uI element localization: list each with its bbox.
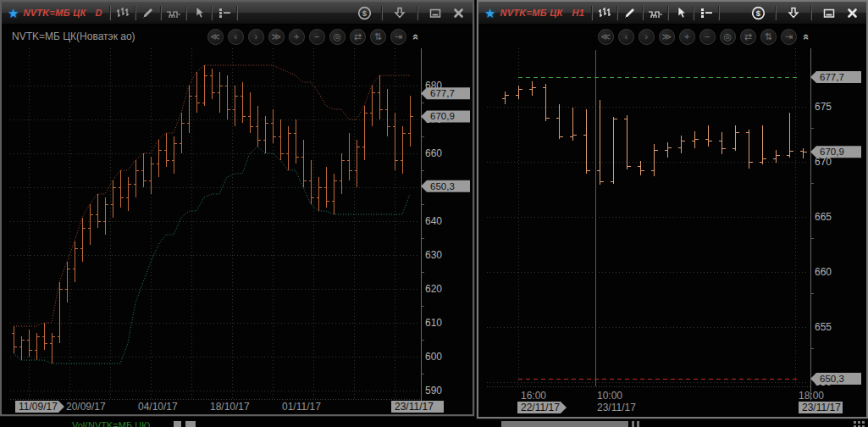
svg-text:11/09/17: 11/09/17 [19, 401, 58, 413]
download-icon[interactable] [785, 5, 802, 20]
jump-to-end-button[interactable]: ⇥ [781, 29, 797, 45]
zoom-in-button[interactable]: + [289, 29, 305, 45]
NVTK=МБ ЦК-H1-chart[interactable]: 675670665660655650677,7670,9650,316:0010… [478, 25, 866, 418]
svg-text:16:00: 16:00 [521, 390, 546, 402]
svg-text:665: 665 [815, 211, 832, 223]
bar-style-icon[interactable] [595, 5, 614, 20]
jump-to-end-button[interactable]: ⇥ [390, 29, 406, 45]
collapse-toolbar-icon[interactable]: « [800, 33, 813, 39]
toolbar-separator [775, 6, 777, 20]
background-scrollbar-fragment [501, 421, 628, 427]
zoom-region-button[interactable]: ◎ [720, 29, 736, 45]
minimize-icon[interactable] [821, 5, 838, 20]
symbol-label: NVTK=МБ ЦК [500, 8, 562, 18]
toolbar-separator [135, 6, 136, 20]
indicator-icon[interactable] [164, 5, 183, 20]
resize-grip-icon [854, 421, 865, 427]
NVTK=МБ ЦК-D-chart[interactable]: 680670660650640630620610600590677,7670,9… [2, 25, 473, 415]
svg-text:600: 600 [425, 351, 442, 363]
timeframe-label: H1 [572, 8, 585, 18]
rewind-button[interactable]: ≪ [598, 29, 614, 45]
chart-nav-toolbar: ≪‹›≫+−◎⇄⇅⇥ « [478, 25, 866, 48]
toolbar-separator [667, 6, 669, 20]
chart-instrument-title: NVTK=МБ ЦК(Новатэк ао) [12, 30, 135, 42]
minimize-icon[interactable] [427, 5, 444, 20]
svg-text:655: 655 [815, 321, 832, 333]
svg-text:660: 660 [815, 266, 832, 278]
price-tag: 650,3 [421, 180, 470, 192]
toolbar-separator [160, 6, 162, 20]
chart-nav-toolbar: NVTK=МБ ЦК(Новатэк ао) ≪‹›≫+−◎⇄⇅⇥ « [2, 25, 473, 48]
background-window-fragment [174, 421, 181, 427]
svg-text:01/11/17: 01/11/17 [282, 401, 321, 413]
collapse-toolbar-icon[interactable]: « [410, 33, 423, 39]
svg-text:20/09/17: 20/09/17 [66, 401, 106, 413]
zoom-in-button[interactable]: + [679, 29, 695, 45]
svg-text:23/11/17: 23/11/17 [802, 402, 841, 413]
price-tag: 677,7 [810, 71, 861, 83]
svg-text:04/10/17: 04/10/17 [138, 401, 178, 413]
compress-vertical-button[interactable]: ⇅ [760, 29, 777, 45]
bar-style-icon[interactable] [113, 5, 132, 20]
price-tag: 670,9 [810, 146, 861, 158]
zoom-region-button[interactable]: ◎ [329, 29, 346, 45]
zoom-out-button[interactable]: − [309, 29, 325, 45]
close-icon[interactable] [450, 5, 467, 20]
window-buttons: $ [749, 5, 860, 20]
compress-vertical-button[interactable]: ⇅ [370, 29, 386, 45]
step-back-button[interactable]: ‹ [618, 29, 634, 45]
svg-text:677,7: 677,7 [430, 88, 455, 98]
zoom-out-button[interactable]: − [699, 29, 716, 45]
svg-text:640: 640 [425, 215, 442, 227]
toolbar-separator [616, 6, 618, 20]
step-back-button[interactable]: ‹ [228, 29, 244, 45]
svg-text:677,7: 677,7 [820, 72, 844, 82]
svg-text:$: $ [755, 8, 760, 18]
cursor-icon[interactable] [190, 5, 208, 20]
toolbar-separator [642, 6, 644, 20]
svg-text:650,3: 650,3 [820, 374, 844, 384]
price-tag: 670,9 [421, 110, 470, 122]
svg-text:670,9: 670,9 [820, 147, 844, 157]
object-list-icon[interactable] [697, 5, 716, 20]
background-scrollbar-tick [632, 421, 634, 427]
favorite-star-icon: ★ [8, 7, 19, 19]
toolbar-separator [718, 6, 720, 20]
svg-text:23/11/17: 23/11/17 [597, 402, 636, 413]
fast-forward-button[interactable]: ≫ [659, 29, 675, 45]
svg-text:18/10/17: 18/10/17 [210, 401, 250, 413]
window-titlebar[interactable]: ★ NVTK=МБ ЦК H1 $ [478, 2, 866, 25]
money-icon[interactable]: $ [749, 5, 766, 20]
window-titlebar[interactable]: ★ NVTK=МБ ЦК D $ [2, 2, 473, 25]
pencil-icon[interactable] [621, 5, 639, 20]
svg-text:675: 675 [815, 101, 832, 113]
compress-horizontal-button[interactable]: ⇄ [350, 29, 366, 45]
nav-buttons: ≪‹›≫+−◎⇄⇅⇥ [598, 29, 797, 45]
background-window-fragment [185, 421, 196, 427]
toolbar-separator [810, 6, 812, 20]
svg-text:630: 630 [425, 249, 442, 261]
symbol-label: NVTK=МБ ЦК [23, 8, 86, 18]
download-icon[interactable] [391, 5, 408, 20]
close-icon[interactable] [843, 5, 860, 20]
compress-horizontal-button[interactable]: ⇄ [740, 29, 756, 45]
background-volume-pane-label: Vol(NVTK=МБ ЦК) [72, 420, 150, 427]
svg-text:670,9: 670,9 [430, 111, 455, 121]
favorite-star-icon: ★ [484, 7, 495, 19]
desktop: Vol(NVTK=МБ ЦК) ★ NVTK=МБ ЦК D $ NVTK=МБ… [0, 0, 868, 427]
object-list-icon[interactable] [215, 5, 234, 20]
svg-text:10:00: 10:00 [597, 390, 622, 402]
money-icon[interactable]: $ [356, 5, 373, 20]
window-buttons: $ [356, 5, 467, 20]
price-tag: 677,7 [421, 87, 470, 99]
indicator-icon[interactable] [646, 5, 665, 20]
rewind-button[interactable]: ≪ [207, 29, 224, 45]
pencil-icon[interactable] [139, 5, 158, 20]
toolbar-separator [185, 6, 187, 20]
titlebar-tools [107, 5, 240, 20]
step-forward-button[interactable]: › [248, 29, 264, 45]
step-forward-button[interactable]: › [639, 29, 655, 45]
price-tag: 650,3 [810, 373, 861, 385]
fast-forward-button[interactable]: ≫ [268, 29, 285, 45]
cursor-icon[interactable] [672, 5, 690, 20]
